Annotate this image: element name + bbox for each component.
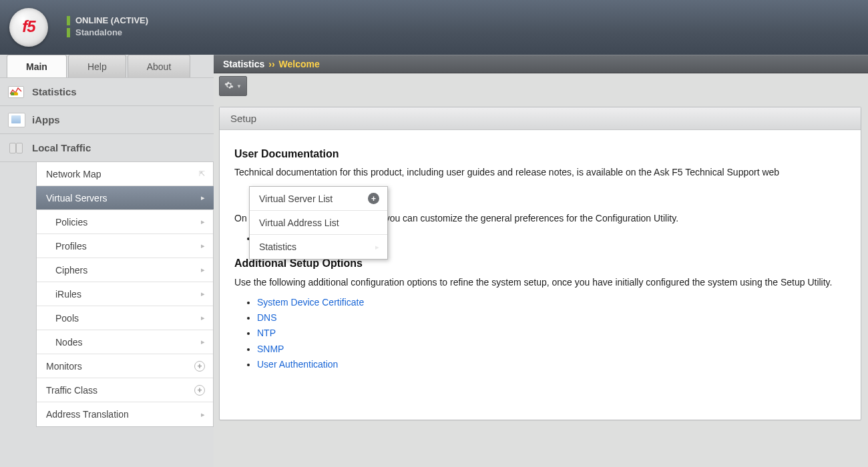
top-banner: f5 ONLINE (ACTIVE) Standalone bbox=[0, 0, 868, 55]
nav-item-ciphers[interactable]: Ciphers ▸ bbox=[37, 258, 213, 282]
flyout-item-label: Virtual Server List bbox=[259, 193, 333, 204]
nav-group-local-traffic[interactable]: Local Traffic bbox=[0, 134, 214, 162]
nav-item-label: Virtual Servers bbox=[46, 193, 107, 203]
nav-item-label: Pools bbox=[55, 313, 79, 324]
f5-logo: f5 bbox=[9, 8, 48, 47]
nav-item-label: Profiles bbox=[55, 241, 87, 252]
nav-group-statistics[interactable]: Statistics bbox=[0, 78, 214, 106]
text-additional-setup: Use the following additional configurati… bbox=[234, 276, 846, 289]
tab-help[interactable]: Help bbox=[68, 55, 126, 77]
popout-icon: ⇱ bbox=[199, 169, 205, 178]
text-user-documentation: Technical documentation for this product… bbox=[234, 165, 846, 179]
flyout-item-statistics[interactable]: Statistics ▸ bbox=[250, 235, 387, 259]
add-icon[interactable]: + bbox=[194, 385, 205, 396]
add-icon[interactable]: + bbox=[194, 361, 205, 372]
link-user-authentication[interactable]: User Authentication bbox=[257, 359, 338, 370]
flyout-item-virtual-server-list[interactable]: Virtual Server List + bbox=[250, 187, 387, 211]
link-ntp[interactable]: NTP bbox=[257, 328, 276, 338]
nav-tabs: Main Help About bbox=[0, 55, 214, 77]
panel-title: Setup bbox=[220, 107, 861, 130]
chevron-right-icon: ▸ bbox=[201, 266, 205, 274]
nav-item-label: Nodes bbox=[55, 337, 82, 348]
caret-down-icon: ▼ bbox=[236, 83, 242, 89]
breadcrumb-separator-icon: ›› bbox=[268, 59, 274, 69]
breadcrumb-root[interactable]: Statistics bbox=[223, 59, 264, 69]
chevron-right-icon: ▸ bbox=[201, 217, 205, 226]
link-system-device-certificate[interactable]: System Device Certificate bbox=[257, 297, 364, 308]
nav-item-profiles[interactable]: Profiles ▸ bbox=[37, 234, 213, 258]
nav-item-policies[interactable]: Policies ▸ bbox=[37, 210, 213, 234]
nav-group-iapps[interactable]: iApps bbox=[0, 106, 214, 134]
status-secondary: Standalone bbox=[75, 27, 122, 37]
nav-item-irules[interactable]: iRules ▸ bbox=[37, 282, 213, 306]
chevron-right-icon: ▸ bbox=[201, 290, 205, 298]
nav-sub-local-traffic: Network Map ⇱ Virtual Servers ▸ Virtual … bbox=[36, 162, 214, 427]
setup-panel: Setup User Documentation Technical docum… bbox=[219, 107, 861, 420]
status-indicator-icon bbox=[67, 28, 70, 37]
tab-about[interactable]: About bbox=[128, 55, 191, 77]
nav-item-traffic-class[interactable]: Traffic Class + bbox=[37, 378, 213, 402]
breadcrumb-current: Welcome bbox=[279, 59, 320, 69]
chevron-right-icon: ▸ bbox=[201, 314, 205, 322]
statistics-icon bbox=[8, 85, 25, 99]
nav-item-monitors[interactable]: Monitors + bbox=[37, 354, 213, 378]
chevron-right-icon: ▸ bbox=[201, 410, 205, 419]
flyout-item-label: Virtual Address List bbox=[259, 217, 339, 228]
chevron-right-icon: ▸ bbox=[375, 243, 379, 252]
gear-icon bbox=[224, 81, 234, 92]
nav-item-label: Address Translation bbox=[46, 409, 129, 420]
chevron-right-icon: ▸ bbox=[201, 242, 205, 250]
content-column: Statistics ›› Welcome ▼ Setup User Docum… bbox=[214, 55, 868, 467]
nav-item-nodes[interactable]: Nodes ▸ bbox=[37, 330, 213, 354]
nav-item-label: Network Map bbox=[46, 169, 101, 179]
status-block: ONLINE (ACTIVE) Standalone bbox=[67, 15, 148, 39]
side-nav: Statistics iApps Local Traffic Network M… bbox=[0, 77, 214, 427]
nav-item-virtual-servers[interactable]: Virtual Servers ▸ Virtual Server List + … bbox=[36, 186, 214, 210]
nav-item-label: Monitors bbox=[46, 361, 82, 372]
link-dns[interactable]: DNS bbox=[257, 312, 277, 323]
link-snmp[interactable]: SNMP bbox=[257, 344, 284, 354]
add-icon[interactable]: + bbox=[368, 193, 379, 204]
settings-dropdown-button[interactable]: ▼ bbox=[219, 76, 247, 96]
virtual-servers-flyout: Virtual Server List + Virtual Address Li… bbox=[249, 186, 388, 260]
nav-item-pools[interactable]: Pools ▸ bbox=[37, 306, 213, 330]
flyout-item-label: Statistics bbox=[259, 242, 296, 252]
iapps-icon bbox=[8, 113, 25, 127]
nav-group-label: Statistics bbox=[32, 86, 77, 97]
flyout-item-virtual-address-list[interactable]: Virtual Address List bbox=[250, 211, 387, 235]
nav-group-label: Local Traffic bbox=[32, 142, 91, 153]
panel-body: User Documentation Technical documentati… bbox=[220, 130, 861, 394]
heading-user-documentation: User Documentation bbox=[234, 146, 846, 161]
chevron-right-icon: ▸ bbox=[201, 193, 205, 202]
tab-main[interactable]: Main bbox=[7, 55, 67, 77]
nav-item-network-map[interactable]: Network Map ⇱ bbox=[37, 162, 213, 186]
nav-group-label: iApps bbox=[32, 114, 60, 125]
chevron-right-icon: ▸ bbox=[201, 338, 205, 346]
left-column: Main Help About Statistics iApps Local T… bbox=[0, 55, 214, 467]
nav-item-label: Ciphers bbox=[55, 265, 87, 276]
local-traffic-icon bbox=[8, 141, 25, 155]
status-indicator-icon bbox=[67, 16, 70, 25]
status-primary: ONLINE (ACTIVE) bbox=[75, 15, 148, 25]
nav-item-label: Traffic Class bbox=[46, 385, 97, 396]
content-toolbar: ▼ bbox=[214, 73, 868, 99]
nav-item-label: iRules bbox=[55, 289, 81, 300]
nav-item-address-translation[interactable]: Address Translation ▸ bbox=[37, 402, 213, 426]
breadcrumb: Statistics ›› Welcome bbox=[214, 55, 868, 73]
f5-logo-text: f5 bbox=[22, 17, 35, 36]
nav-item-label: Policies bbox=[55, 217, 87, 227]
